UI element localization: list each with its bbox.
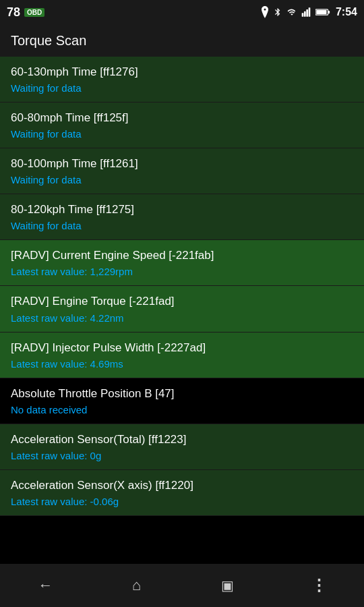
item-title: [RADV] Injector Pulse Width [-2227ad]: [11, 341, 353, 355]
list-item[interactable]: 80-100mph Time [ff1261]Waiting for data: [0, 148, 364, 194]
list-item[interactable]: Absolute Throttle Position B [47]No data…: [0, 378, 364, 424]
list-item[interactable]: 60-80mph Time [ff125f]Waiting for data: [0, 103, 364, 148]
svg-rect-1: [304, 11, 306, 17]
item-title: Acceleration Sensor(X axis) [ff1220]: [11, 478, 353, 493]
list-item[interactable]: [RADV] Injector Pulse Width [-2227ad]Lat…: [0, 333, 364, 378]
svg-rect-2: [306, 9, 308, 17]
item-value: Waiting for data: [11, 174, 353, 185]
list-item[interactable]: [RADV] Engine Torque [-221fad]Latest raw…: [0, 286, 364, 332]
item-value: Latest raw value: 4.22nm: [11, 312, 353, 324]
item-value: Waiting for data: [11, 128, 353, 140]
item-title: [RADV] Current Engine Speed [-221fab]: [11, 248, 353, 263]
status-right: 7:54: [260, 6, 357, 18]
svg-rect-0: [302, 13, 304, 16]
item-title: 60-80mph Time [ff125f]: [11, 111, 353, 125]
svg-rect-3: [309, 7, 311, 16]
back-button[interactable]: [26, 571, 66, 600]
item-title: Absolute Throttle Position B [47]: [11, 386, 353, 401]
item-title: Acceleration Sensor(Total) [ff1223]: [11, 432, 353, 447]
page-title: Torque Scan: [11, 33, 86, 49]
item-title: [RADV] Engine Torque [-221fad]: [11, 294, 353, 309]
home-button[interactable]: [117, 571, 157, 600]
item-title: 80-100mph Time [ff1261]: [11, 156, 353, 171]
wifi-icon: [286, 7, 298, 17]
bluetooth-icon: [273, 6, 282, 18]
svg-rect-5: [328, 11, 330, 13]
status-bar: 78 OBD: [0, 0, 364, 24]
obd-badge: OBD: [24, 8, 44, 17]
item-title: 60-130mph Time [ff1276]: [11, 65, 353, 80]
battery-icon: [315, 8, 330, 16]
list-item[interactable]: [RADV] Current Engine Speed [-221fab]Lat…: [0, 240, 364, 286]
status-time: 7:54: [336, 6, 357, 18]
status-number: 78: [7, 5, 20, 20]
item-title: 80-120kph Time [ff1275]: [11, 202, 353, 217]
item-value: Waiting for data: [11, 220, 353, 231]
item-value: Waiting for data: [11, 82, 353, 94]
status-left: 78 OBD: [7, 5, 44, 20]
item-value: Latest raw value: 0g: [11, 450, 353, 461]
list-item[interactable]: 80-120kph Time [ff1275]Waiting for data: [0, 194, 364, 240]
item-value: Latest raw value: -0.06g: [11, 496, 353, 507]
list-item[interactable]: Acceleration Sensor(X axis) [ff1220]Late…: [0, 470, 364, 516]
item-value: Latest raw value: 1,229rpm: [11, 266, 353, 277]
more-button[interactable]: [299, 571, 339, 600]
svg-rect-6: [316, 10, 326, 14]
recents-button[interactable]: [208, 571, 248, 600]
location-icon: [260, 6, 270, 18]
item-value: Latest raw value: 4.69ms: [11, 358, 353, 370]
signal-icon: [301, 7, 312, 18]
item-value: No data received: [11, 404, 353, 415]
nav-bar: [0, 564, 364, 607]
list-item[interactable]: Acceleration Sensor(Total) [ff1223]Lates…: [0, 424, 364, 470]
list-item[interactable]: 60-130mph Time [ff1276]Waiting for data: [0, 57, 364, 103]
title-bar: Torque Scan: [0, 24, 364, 57]
scan-list: 60-130mph Time [ff1276]Waiting for data6…: [0, 57, 364, 564]
status-icons: [260, 6, 330, 18]
